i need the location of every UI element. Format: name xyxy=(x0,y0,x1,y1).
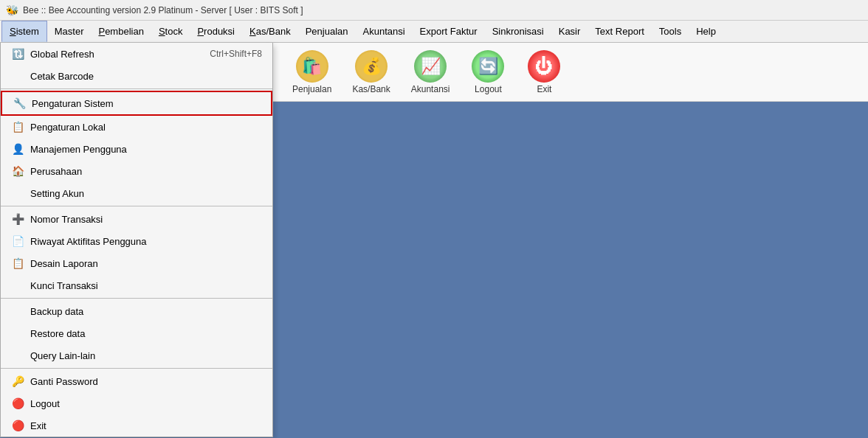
kunci-transaksi-label: Kunci Transaksi xyxy=(30,280,98,291)
menu-item-kasbank[interactable]: Kas/Bank xyxy=(242,21,298,42)
menu-item-stock[interactable]: Stock xyxy=(151,21,190,42)
dropdown-item-exit[interactable]: 🔴 Exit xyxy=(1,414,272,437)
penjualan-label: Penjualan xyxy=(292,84,331,94)
restore-data-label: Restore data xyxy=(30,328,85,339)
manajemen-pengguna-icon: 👤 xyxy=(11,142,24,156)
dropdown-item-perusahaan[interactable]: 🏠 Perusahaan xyxy=(1,160,272,182)
manajemen-pengguna-label: Manajemen Pengguna xyxy=(30,144,127,155)
dropdown-item-pengaturan-sistem[interactable]: 🔧 Pengaturan Sistem xyxy=(1,91,272,116)
menu-item-help[interactable]: Help xyxy=(689,21,723,42)
akuntansi-label: Akuntansi xyxy=(411,84,450,94)
dropdown-item-desain-laporan[interactable]: 📋 Desain Laporan xyxy=(1,252,272,274)
perusahaan-icon: 🏠 xyxy=(11,164,24,178)
toolbar-btn-penjualan[interactable]: 🛍️ Penjualan xyxy=(285,47,339,97)
pengaturan-sistem-label: Pengaturan Sistem xyxy=(32,98,114,109)
logout-icon: 🔄 xyxy=(472,50,504,83)
title-bar: 🐝 Bee :: Bee Accounting version 2.9 Plat… xyxy=(0,0,868,21)
dropdown-item-kunci-transaksi[interactable]: Kunci Transaksi xyxy=(1,274,272,296)
global-refresh-label: Global Refresh xyxy=(30,49,94,60)
dropdown-item-setting-akun[interactable]: Setting Akun xyxy=(1,182,272,204)
menu-item-master[interactable]: Master xyxy=(47,21,92,42)
dropdown-item-backup-data[interactable]: Backup data xyxy=(1,300,272,322)
dropdown-item-nomor-transaksi[interactable]: ➕ Nomor Transaksi xyxy=(1,208,272,230)
separator-3 xyxy=(1,298,272,299)
riwayat-aktifitas-label: Riwayat Aktifitas Pengguna xyxy=(30,236,147,247)
kasbank-label: Kas/Bank xyxy=(352,84,390,94)
setting-akun-icon xyxy=(11,187,24,200)
separator-2 xyxy=(1,206,272,206)
restore-data-icon xyxy=(11,327,24,340)
global-refresh-shortcut: Ctrl+Shift+F8 xyxy=(210,49,262,59)
menu-item-sistem[interactable]: Sistem xyxy=(1,21,47,42)
global-refresh-icon: 🔃 xyxy=(11,47,24,60)
separator-4 xyxy=(1,368,272,369)
ganti-password-icon: 🔑 xyxy=(11,375,24,388)
backup-data-icon xyxy=(11,305,24,318)
menu-bar: Sistem Master Pembelian Stock Produksi K… xyxy=(0,21,868,43)
menu-item-textreport[interactable]: Text Report xyxy=(588,21,651,42)
menu-item-produksi[interactable]: Produksi xyxy=(190,21,242,42)
setting-akun-label: Setting Akun xyxy=(30,188,84,199)
exit-menu-label: Exit xyxy=(30,420,46,431)
menu-item-penjualan[interactable]: Penjualan xyxy=(298,21,356,42)
nomor-transaksi-icon: ➕ xyxy=(11,212,24,226)
menu-item-pembelian[interactable]: Pembelian xyxy=(91,21,151,42)
logout-menu-label: Logout xyxy=(30,398,60,409)
toolbar-btn-logout[interactable]: 🔄 Logout xyxy=(463,47,513,97)
akuntansi-icon: 📈 xyxy=(414,50,447,83)
title-text: Bee :: Bee Accounting version 2.9 Platin… xyxy=(23,5,303,15)
toolbar-btn-kasbank[interactable]: 💰 Kas/Bank xyxy=(345,47,397,97)
logout-menu-icon: 🔴 xyxy=(11,397,24,410)
exit-label: Exit xyxy=(537,84,551,94)
toolbar-btn-exit[interactable]: ⏻ Exit xyxy=(519,47,569,97)
dropdown-item-pengaturan-lokal[interactable]: 📋 Pengaturan Lokal xyxy=(1,116,272,138)
dropdown-item-riwayat-aktifitas[interactable]: 📄 Riwayat Aktifitas Pengguna xyxy=(1,230,272,252)
exit-menu-icon: 🔴 xyxy=(11,419,24,432)
cetak-barcode-label: Cetak Barcode xyxy=(30,71,94,82)
backup-data-label: Backup data xyxy=(30,306,83,317)
riwayat-aktifitas-icon: 📄 xyxy=(11,234,24,248)
pengaturan-sistem-icon: 🔧 xyxy=(13,97,26,110)
dropdown-item-ganti-password[interactable]: 🔑 Ganti Password xyxy=(1,370,272,392)
toolbar-btn-akuntansi[interactable]: 📈 Akuntansi xyxy=(404,47,458,97)
menu-item-sinkronisasi[interactable]: Sinkronisasi xyxy=(485,21,551,42)
separator-1 xyxy=(1,88,272,89)
pengaturan-lokal-icon: 📋 xyxy=(11,120,24,133)
query-lain-icon xyxy=(11,349,24,362)
menu-item-kasir[interactable]: Kasir xyxy=(551,21,588,42)
exit-icon: ⏻ xyxy=(528,50,560,83)
logout-label: Logout xyxy=(475,84,502,94)
menu-item-tools[interactable]: Tools xyxy=(652,21,689,42)
desain-laporan-icon: 📋 xyxy=(11,257,24,270)
dropdown-item-restore-data[interactable]: Restore data xyxy=(1,322,272,344)
dropdown-item-query-lain[interactable]: Query Lain-lain xyxy=(1,344,272,366)
query-lain-label: Query Lain-lain xyxy=(30,350,95,361)
cetak-barcode-icon xyxy=(11,69,24,83)
desain-laporan-label: Desain Laporan xyxy=(30,258,98,269)
nomor-transaksi-label: Nomor Transaksi xyxy=(30,214,103,225)
menu-item-akuntansi[interactable]: Akuntansi xyxy=(356,21,413,42)
kasbank-icon: 💰 xyxy=(355,50,388,83)
dropdown-item-manajemen-pengguna[interactable]: 👤 Manajemen Pengguna xyxy=(1,138,272,160)
penjualan-icon: 🛍️ xyxy=(296,50,328,83)
dropdown-item-global-refresh[interactable]: 🔃 Global Refresh Ctrl+Shift+F8 xyxy=(1,43,272,65)
kunci-transaksi-icon xyxy=(11,279,24,292)
dropdown-item-cetak-barcode[interactable]: Cetak Barcode xyxy=(1,65,272,87)
menu-item-exportfaktur[interactable]: Export Faktur xyxy=(413,21,485,42)
ganti-password-label: Ganti Password xyxy=(30,376,98,387)
app-icon: 🐝 xyxy=(6,4,18,16)
perusahaan-label: Perusahaan xyxy=(30,166,82,177)
sistem-dropdown-menu: 🔃 Global Refresh Ctrl+Shift+F8 Cetak Bar… xyxy=(0,43,273,437)
dropdown-item-logout[interactable]: 🔴 Logout xyxy=(1,392,272,414)
pengaturan-lokal-label: Pengaturan Lokal xyxy=(30,122,106,133)
